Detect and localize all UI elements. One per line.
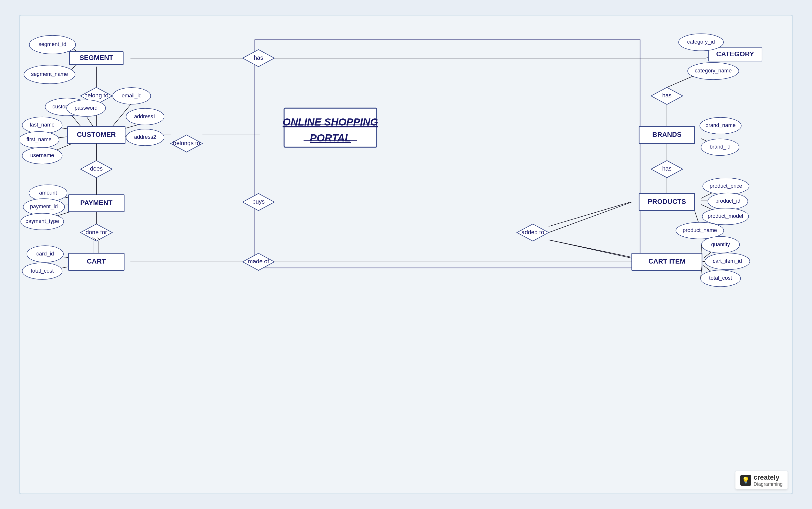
svg-text:added to: added to <box>521 229 544 235</box>
belong-to-label: belong to <box>84 92 108 99</box>
svg-text:brand_id: brand_id <box>709 144 730 150</box>
svg-text:BRANDS: BRANDS <box>652 131 681 138</box>
svg-line-137 <box>549 240 632 258</box>
creately-tagline: Diagramming <box>753 481 783 487</box>
svg-text:email_id: email_id <box>122 93 142 99</box>
segment-label: SEGMENT <box>79 54 113 61</box>
svg-text:payment_id: payment_id <box>30 203 58 209</box>
svg-text:payment_type: payment_type <box>26 218 59 224</box>
segment-name-text: segment_name <box>31 71 68 77</box>
svg-text:amount: amount <box>39 190 57 196</box>
svg-text:does: does <box>90 165 103 172</box>
svg-text:done for: done for <box>85 229 107 235</box>
creately-logo: 💡 creately Diagramming <box>735 471 787 489</box>
svg-text:card_id: card_id <box>36 250 54 257</box>
svg-text:password: password <box>75 105 98 111</box>
svg-text:last_name: last_name <box>30 122 54 128</box>
svg-text:PORTAL: PORTAL <box>310 132 351 144</box>
svg-text:ONLINE SHOPPING: ONLINE SHOPPING <box>283 116 378 128</box>
svg-text:category_name: category_name <box>695 68 732 74</box>
svg-text:made of: made of <box>248 258 269 265</box>
svg-text:CART ITEM: CART ITEM <box>649 258 686 265</box>
svg-text:product_name: product_name <box>682 227 717 233</box>
svg-text:quantity: quantity <box>711 241 730 247</box>
svg-text:product_model: product_model <box>708 213 743 219</box>
svg-text:total_cost: total_cost <box>31 268 54 274</box>
svg-text:brand_name: brand_name <box>705 122 735 128</box>
svg-rect-46 <box>255 40 640 268</box>
logo-icon: 💡 <box>740 475 751 486</box>
segment-id-text: segment_id <box>39 41 66 47</box>
svg-text:CATEGORY: CATEGORY <box>716 50 754 58</box>
svg-text:product_id: product_id <box>715 198 740 204</box>
svg-text:has: has <box>662 92 672 99</box>
svg-text:buys: buys <box>252 198 265 205</box>
svg-text:PRODUCTS: PRODUCTS <box>648 198 686 205</box>
customer-label: CUSTOMER <box>77 131 116 138</box>
svg-text:category_id: category_id <box>687 39 715 45</box>
svg-text:has: has <box>254 54 263 61</box>
creately-name: creately <box>753 474 783 481</box>
svg-text:belongs to: belongs to <box>173 140 200 146</box>
diagram-container: ONLINE SHOPPING PORTAL SEGMENT segment_i… <box>20 15 792 494</box>
svg-text:PAYMENT: PAYMENT <box>80 199 112 207</box>
svg-line-39 <box>549 202 630 227</box>
svg-text:product_price: product_price <box>710 183 742 189</box>
logo-text: creately Diagramming <box>753 474 783 487</box>
svg-line-11 <box>86 117 94 128</box>
svg-line-140 <box>549 202 632 233</box>
svg-text:CART: CART <box>87 258 106 265</box>
svg-text:first_name: first_name <box>27 136 51 142</box>
svg-text:username: username <box>30 152 54 158</box>
svg-text:cart_item_id: cart_item_id <box>713 258 742 264</box>
svg-text:has: has <box>662 165 672 172</box>
svg-text:address1: address1 <box>134 113 156 120</box>
svg-text:total_cost: total_cost <box>709 275 732 281</box>
svg-text:address2: address2 <box>134 134 156 140</box>
